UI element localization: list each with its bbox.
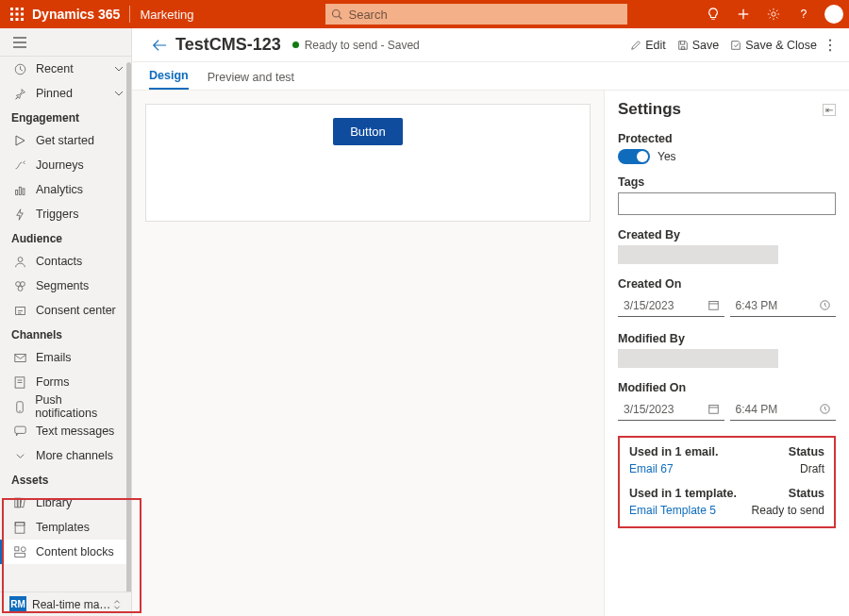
command-bar: TestCMS-123 Ready to send - Saved Edit S… xyxy=(132,28,849,62)
main-area: TestCMS-123 Ready to send - Saved Edit S… xyxy=(132,28,849,616)
help-icon[interactable]: ? xyxy=(792,3,815,25)
sidebar-item-more-channels[interactable]: More channels xyxy=(0,443,131,468)
sidebar-item-segments[interactable]: Segments xyxy=(0,274,131,298)
usage-template-link[interactable]: Email Template 5 xyxy=(629,504,752,517)
plus-icon[interactable] xyxy=(732,3,755,25)
status-dot xyxy=(292,42,299,48)
sidebar-item-push[interactable]: Push notifications xyxy=(0,394,131,419)
modified-on-time[interactable]: 6:44 PM xyxy=(730,398,837,421)
svg-rect-45 xyxy=(708,302,717,310)
svg-rect-35 xyxy=(14,498,16,508)
svg-point-24 xyxy=(15,281,20,286)
tab-design[interactable]: Design xyxy=(149,63,189,90)
modified-on-date[interactable]: 3/15/2023 xyxy=(618,398,724,421)
sidebar-item-journeys[interactable]: Journeys xyxy=(0,153,131,177)
sidebar-section-audience: Audience xyxy=(0,226,131,249)
pencil-icon xyxy=(630,40,641,51)
sidebar-item-analytics[interactable]: Analytics xyxy=(0,177,131,202)
usage-template-title: Used in 1 template. xyxy=(629,487,789,500)
protected-value: Yes xyxy=(658,150,676,163)
sidebar-item-templates[interactable]: Templates xyxy=(0,515,131,540)
form-icon xyxy=(11,376,28,389)
svg-rect-6 xyxy=(10,18,13,21)
sidebar-item-content-blocks[interactable]: Content blocks xyxy=(0,540,131,564)
sidebar-item-triggers[interactable]: Triggers xyxy=(0,202,131,226)
sidebar-item-library[interactable]: Library xyxy=(0,491,131,515)
svg-rect-21 xyxy=(19,187,21,194)
collapse-icon[interactable]: ⇤ xyxy=(823,104,836,116)
svg-rect-38 xyxy=(15,522,25,524)
overflow-button[interactable] xyxy=(828,39,832,52)
svg-text:?: ? xyxy=(801,8,807,21)
tab-preview[interactable]: Preview and test xyxy=(208,65,294,90)
sidebar-section-channels: Channels xyxy=(0,323,131,345)
search-input[interactable]: Search xyxy=(325,4,627,25)
svg-point-33 xyxy=(19,409,20,410)
segments-icon xyxy=(11,280,28,292)
svg-point-44 xyxy=(829,49,831,51)
svg-rect-34 xyxy=(14,426,25,433)
play-icon xyxy=(11,135,28,146)
svg-rect-37 xyxy=(15,522,25,532)
svg-rect-2 xyxy=(21,8,24,10)
save-icon xyxy=(677,40,689,51)
save-close-button[interactable]: Save & Close xyxy=(730,39,817,52)
sidebar-app-switcher[interactable]: RM Real-time marketi... xyxy=(0,591,131,616)
svg-point-25 xyxy=(20,281,25,286)
created-on-date[interactable]: 3/15/2023 xyxy=(618,294,724,317)
edit-button[interactable]: Edit xyxy=(630,39,666,52)
sidebar-item-label: Pinned xyxy=(36,87,73,100)
template-icon xyxy=(11,522,28,534)
sidebar-section-engagement: Engagement xyxy=(0,106,131,128)
scrollbar[interactable] xyxy=(126,62,131,591)
svg-point-26 xyxy=(18,286,23,291)
save-button[interactable]: Save xyxy=(677,39,720,52)
sidebar-item-text[interactable]: Text messages xyxy=(0,419,131,443)
svg-rect-20 xyxy=(15,190,17,194)
sidebar-item-pinned[interactable]: Pinned xyxy=(0,81,131,106)
design-canvas[interactable]: Button xyxy=(145,104,591,222)
sidebar-section-assets: Assets xyxy=(0,468,131,491)
sidebar-item-consent[interactable]: Consent center xyxy=(0,298,131,323)
chevron-down-icon xyxy=(114,89,124,98)
svg-rect-3 xyxy=(10,13,13,16)
sms-icon xyxy=(11,425,28,437)
svg-line-10 xyxy=(340,16,342,19)
sidebar-item-recent[interactable]: Recent xyxy=(0,57,131,81)
calendar-icon xyxy=(708,300,719,310)
lightbulb-icon[interactable] xyxy=(702,3,724,25)
journey-icon xyxy=(11,159,28,172)
svg-point-14 xyxy=(772,12,775,16)
protected-toggle[interactable] xyxy=(618,149,650,164)
svg-rect-39 xyxy=(14,546,18,550)
sidebar-item-emails[interactable]: Emails xyxy=(0,345,131,370)
usage-highlight: Used in 1 email. Status Email 67 Draft U… xyxy=(618,436,836,528)
gear-icon[interactable] xyxy=(762,3,785,25)
chart-icon xyxy=(11,184,28,196)
tags-input[interactable] xyxy=(618,192,836,215)
back-button[interactable] xyxy=(149,35,170,56)
sidebar-item-contacts[interactable]: Contacts xyxy=(0,249,131,274)
global-header: Dynamics 365 Marketing Search ? xyxy=(0,0,849,28)
usage-template-status: Ready to send xyxy=(752,504,824,517)
usage-email-link[interactable]: Email 67 xyxy=(629,462,800,475)
protected-label: Protected xyxy=(618,132,836,145)
created-by-value xyxy=(618,245,778,264)
chevron-down-icon xyxy=(11,451,28,461)
module-label: Marketing xyxy=(140,8,193,22)
created-by-label: Created By xyxy=(618,228,836,241)
waffle-icon[interactable] xyxy=(6,3,28,25)
created-on-time[interactable]: 6:43 PM xyxy=(730,294,837,317)
hamburger-icon[interactable] xyxy=(0,28,131,57)
content-button[interactable]: Button xyxy=(333,118,403,145)
sidebar-item-get-started[interactable]: Get started xyxy=(0,128,131,153)
tab-bar: Design Preview and test xyxy=(132,62,849,91)
svg-rect-4 xyxy=(16,13,19,16)
sidebar-item-forms[interactable]: Forms xyxy=(0,370,131,394)
chevron-down-icon xyxy=(114,64,124,74)
svg-rect-48 xyxy=(708,406,717,414)
person-icon xyxy=(11,256,28,268)
avatar[interactable] xyxy=(824,5,843,24)
search-icon xyxy=(331,8,342,20)
svg-rect-7 xyxy=(16,18,19,21)
